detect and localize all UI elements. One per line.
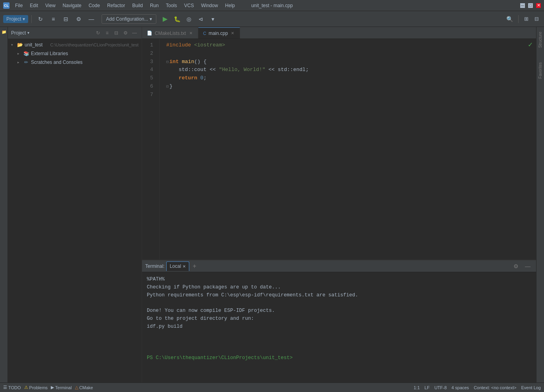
code-content[interactable]: #include <iostream> ⊟int main() { std::c…: [160, 39, 536, 259]
line-num-5: 5: [142, 74, 156, 83]
layout-button-2[interactable]: ⊟: [532, 15, 541, 23]
debug-button[interactable]: 🐛: [171, 13, 183, 25]
menu-refactor[interactable]: Refactor: [104, 2, 128, 9]
panel-header-actions: ↻ ≡ ⊟ ⚙ —: [94, 29, 138, 37]
code-line-3: ⊟int main() {: [166, 58, 536, 66]
terminal-local-tab[interactable]: Local ✕: [166, 261, 190, 271]
encoding-indicator[interactable]: UTF-8: [434, 385, 447, 390]
toolbar-separator-1: [31, 15, 32, 23]
sync-button[interactable]: ↻: [35, 13, 46, 25]
line-num-6: 6: [142, 83, 156, 91]
project-panel-header: Project ▾ ↻ ≡ ⊟ ⚙ —: [8, 27, 142, 39]
menu-build[interactable]: Build: [129, 2, 146, 9]
tab-maincpp[interactable]: C main.cpp ✕: [198, 27, 240, 38]
left-strip-project-icon[interactable]: 📁: [1, 29, 7, 35]
add-config-label: Add Configuration...: [106, 16, 148, 22]
toolbar-separator-2: [518, 15, 519, 23]
toolbar: Project ▾ ↻ ≡ ⊟ ⚙ — Add Configuration...…: [0, 11, 544, 27]
menu-view[interactable]: View: [42, 2, 59, 9]
terminal-line-5: Done! You can now compile ESP-IDF projec…: [147, 307, 531, 315]
status-bar: ☰ TODO ⚠ Problems ▶ Terminal △ CMake 1:1…: [0, 382, 544, 392]
favorites-label[interactable]: Favorites: [537, 59, 543, 82]
panel-sync-btn[interactable]: ↻: [94, 29, 102, 37]
line-numbers: 1 2 3 4 5 6 7: [142, 39, 160, 259]
menu-tools[interactable]: Tools: [163, 2, 180, 9]
search-everywhere-button[interactable]: 🔍: [504, 13, 515, 25]
structure-label[interactable]: Structure: [537, 29, 543, 51]
line-num-3: 3: [142, 58, 156, 66]
run-button[interactable]: ▶: [160, 13, 171, 25]
left-strip: 📁: [0, 27, 8, 382]
menu-code[interactable]: Code: [85, 2, 103, 9]
tree-external-libraries[interactable]: ▸ 📚 External Libraries: [8, 49, 142, 58]
indent-indicator[interactable]: 4 spaces: [452, 385, 469, 390]
layout-button-1[interactable]: ⊞: [522, 15, 531, 23]
menu-vcs[interactable]: VCS: [181, 2, 197, 9]
close-button[interactable]: ✕: [536, 3, 541, 8]
code-line-7: [166, 91, 536, 99]
tree-root-item[interactable]: ▾ 📂 unit_test C:\Users\thequantizer\CLio…: [8, 40, 142, 49]
menu-run[interactable]: Run: [147, 2, 162, 9]
terminal-label: Terminal:: [145, 263, 165, 269]
root-expand-arrow: ▾: [11, 43, 15, 47]
app-icon: CL: [3, 2, 10, 9]
root-path: C:\Users\thequantizer\CLionProjects\unit…: [50, 42, 138, 47]
profile-button[interactable]: ⊲: [195, 13, 206, 25]
tree-scratches-consoles[interactable]: ▸ ✏ Scratches and Consoles: [8, 58, 142, 67]
title-bar: CL File Edit View Navigate Code Refactor…: [0, 0, 544, 11]
menu-window[interactable]: Window: [198, 2, 221, 9]
cmake-tab-close[interactable]: ✕: [188, 31, 193, 36]
panel-expand-btn[interactable]: ≡: [103, 29, 111, 37]
ext-lib-arrow: ▸: [17, 52, 21, 56]
code-line-2: [166, 50, 536, 58]
cpp-tab-close[interactable]: ✕: [230, 31, 235, 36]
maximize-button[interactable]: □: [528, 3, 533, 8]
terminal-add-tab-button[interactable]: +: [191, 262, 198, 271]
menu-file[interactable]: File: [12, 2, 26, 9]
problems-button[interactable]: ⚠ Problems: [24, 385, 48, 390]
terminal-minimize-button[interactable]: —: [523, 262, 533, 270]
coverage-button[interactable]: ◎: [183, 13, 194, 25]
line-num-2: 2: [142, 50, 156, 58]
panel-settings-btn[interactable]: ⚙: [121, 29, 129, 37]
tab-cmakelists[interactable]: 📄 CMakeLists.txt ✕: [142, 27, 198, 38]
context-indicator: Context: <no context>: [474, 385, 517, 390]
todo-label: TODO: [8, 385, 21, 390]
terminal-content[interactable]: %PATH% Checking if Python packages are u…: [142, 272, 536, 382]
terminal-status-icon: ▶: [51, 385, 54, 390]
expand-all-button[interactable]: ≡: [48, 13, 59, 25]
project-selector[interactable]: Project ▾: [3, 15, 28, 23]
menu-edit[interactable]: Edit: [27, 2, 41, 9]
terminal-status-button[interactable]: ▶ Terminal: [51, 385, 72, 390]
code-editor[interactable]: 1 2 3 4 5 6 7 #include <iostream> ⊟int m…: [142, 39, 536, 259]
line-ending-indicator[interactable]: LF: [425, 385, 430, 390]
menu-navigate[interactable]: Navigate: [60, 2, 85, 9]
cursor-position: 1:1: [414, 385, 420, 390]
event-log-button[interactable]: Event Log: [521, 385, 541, 390]
save-check-icon: ✓: [528, 41, 533, 48]
more-run-options[interactable]: ▾: [207, 13, 218, 25]
line-num-7: 7: [142, 91, 156, 99]
terminal-tab-close[interactable]: ✕: [183, 264, 186, 269]
add-configuration-button[interactable]: Add Configuration... ▾: [102, 14, 156, 24]
settings-button[interactable]: ⚙: [73, 13, 84, 25]
close-panel-button[interactable]: —: [86, 13, 97, 25]
code-line-1: #include <iostream>: [166, 41, 536, 50]
indent-value: 4 spaces: [452, 385, 469, 390]
scratches-icon: ✏: [23, 60, 29, 65]
menu-help[interactable]: Help: [222, 2, 238, 9]
terminal-empty-3: [147, 346, 531, 354]
cpp-tab-label: main.cpp: [209, 31, 228, 36]
terminal-tabs-bar: Terminal: Local ✕ + ⚙ —: [142, 260, 536, 272]
collapse-all-button[interactable]: ⊟: [60, 13, 71, 25]
event-log-label: Event Log: [521, 385, 541, 390]
minimize-button[interactable]: ─: [520, 3, 525, 8]
terminal-line-3: Python requirements from C:\esp\esp-idf\…: [147, 292, 531, 299]
problems-label: Problems: [29, 385, 48, 390]
project-panel-dropdown-arrow[interactable]: ▾: [27, 31, 29, 35]
cmake-status-button[interactable]: △ CMake: [75, 385, 93, 390]
todo-button[interactable]: ☰ TODO: [3, 385, 21, 390]
panel-close-btn[interactable]: —: [131, 29, 138, 37]
panel-collapse-btn[interactable]: ⊟: [112, 29, 120, 37]
terminal-settings-button[interactable]: ⚙: [511, 262, 521, 270]
